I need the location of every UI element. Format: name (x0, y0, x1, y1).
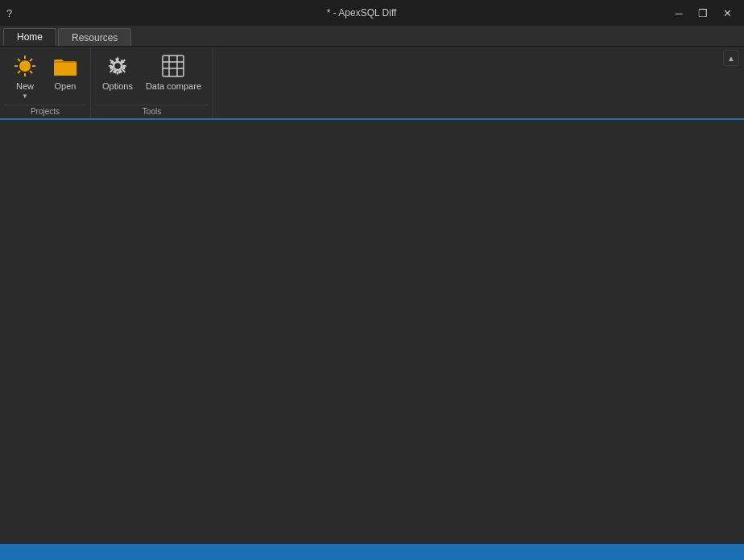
svg-rect-11 (54, 63, 76, 76)
svg-point-12 (114, 62, 122, 70)
ribbon-collapse-button[interactable]: ▲ (723, 50, 739, 66)
new-icon (12, 53, 38, 79)
ribbon: New ▼ Open Projects (0, 47, 744, 120)
tab-resources[interactable]: Resources (58, 28, 131, 46)
options-button[interactable]: Options (96, 50, 139, 95)
restore-button[interactable]: ❒ (692, 5, 713, 21)
ribbon-group-projects-label: Projects (5, 105, 85, 118)
tab-home-label: Home (17, 31, 43, 43)
new-button-label: New (16, 81, 34, 92)
close-button[interactable]: ✕ (717, 5, 738, 21)
svg-line-8 (18, 71, 20, 73)
ribbon-group-tools-label: Tools (96, 105, 208, 118)
status-bar (0, 544, 744, 560)
svg-line-7 (30, 59, 32, 61)
data-compare-icon (160, 53, 186, 79)
open-button[interactable]: Open (45, 50, 85, 95)
open-button-label: Open (55, 81, 76, 92)
open-icon (52, 53, 78, 79)
main-content-area (0, 120, 744, 544)
new-button-arrow: ▼ (22, 93, 28, 100)
svg-rect-14 (163, 56, 184, 76)
ribbon-collapse-area: ▲ (718, 47, 744, 118)
ribbon-group-projects-buttons: New ▼ Open (0, 47, 90, 105)
tab-bar: Home Resources (0, 26, 744, 47)
data-compare-button-label: Data compare (146, 81, 201, 92)
ribbon-group-tools: Options Data compare Tools (91, 47, 213, 118)
title-bar: ? * - ApexSQL Diff ─ ❒ ✕ (0, 0, 744, 26)
ribbon-group-tools-buttons: Options Data compare (91, 47, 213, 105)
window-title: * - ApexSQL Diff (55, 7, 668, 19)
svg-line-6 (30, 71, 32, 73)
options-icon (105, 53, 130, 79)
ribbon-group-projects: New ▼ Open Projects (0, 47, 91, 118)
tab-resources-label: Resources (72, 32, 118, 43)
data-compare-button[interactable]: Data compare (139, 50, 208, 95)
tab-home[interactable]: Home (3, 28, 56, 46)
svg-point-0 (19, 60, 31, 72)
minimize-button[interactable]: ─ (668, 5, 689, 21)
options-button-label: Options (102, 81, 133, 92)
help-button[interactable]: ? (6, 7, 12, 19)
window-controls: ─ ❒ ✕ (668, 5, 738, 21)
svg-line-5 (18, 59, 20, 61)
new-button[interactable]: New ▼ (5, 50, 45, 103)
